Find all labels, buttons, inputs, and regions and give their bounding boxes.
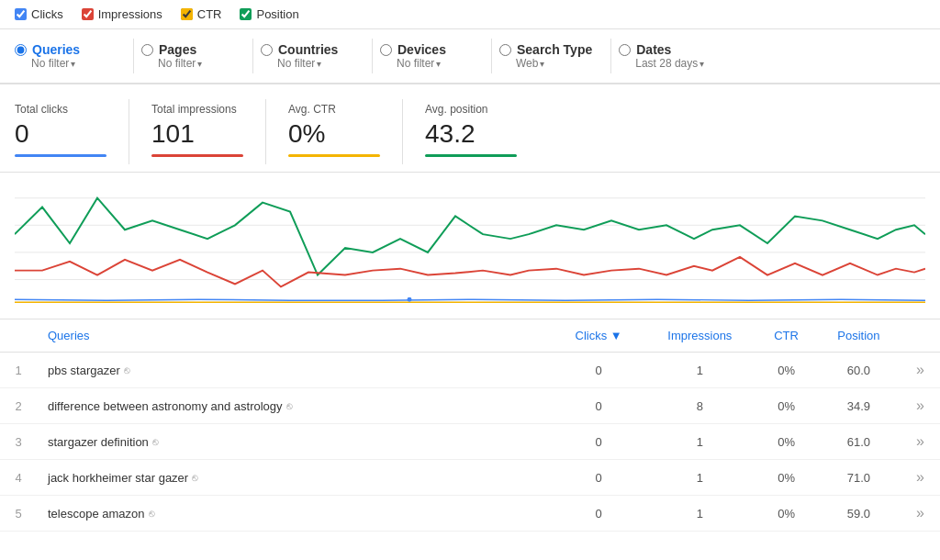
chart-svg	[15, 180, 925, 311]
row-nav-arrow-1[interactable]: »	[916, 362, 924, 377]
row-num-2: 2	[0, 388, 37, 424]
row-nav-arrow-4[interactable]: »	[916, 469, 924, 485]
impressions-label: Impressions	[98, 7, 162, 21]
row-impressions-2: 8	[643, 388, 756, 424]
radio-searchtype[interactable]	[499, 44, 511, 56]
th-ctr[interactable]: CTR	[756, 319, 817, 353]
radio-devices[interactable]	[380, 44, 392, 56]
row-nav-3[interactable]: »	[901, 424, 940, 460]
row-position-2: 34.9	[817, 388, 901, 424]
filter-queries-label: Queries	[32, 42, 80, 57]
filter-devices[interactable]: Devices No filter ▾	[373, 39, 492, 73]
row-query-2[interactable]: difference between astronomy and astrolo…	[37, 388, 554, 424]
query-link-3[interactable]: stargazer definition ⎋	[48, 435, 543, 449]
filter-searchtype-sub: Web ▾	[516, 57, 592, 70]
radio-pages[interactable]	[141, 44, 153, 56]
row-nav-2[interactable]: »	[901, 388, 940, 424]
radio-queries[interactable]	[15, 44, 27, 56]
row-ctr-1: 0%	[756, 353, 817, 388]
filter-searchtype-label: Search Type	[517, 42, 592, 57]
clicks-line	[15, 299, 925, 300]
radio-dates[interactable]	[619, 44, 631, 56]
devices-dropdown-arrow: ▾	[436, 59, 441, 69]
stat-position-label: Avg. position	[425, 103, 517, 116]
stat-ctr: Avg. CTR 0%	[288, 99, 403, 164]
filter-pages[interactable]: Pages No filter ▾	[134, 39, 253, 73]
ctr-checkbox[interactable]	[181, 8, 193, 20]
th-rownum	[0, 319, 37, 353]
ctr-label: CTR	[197, 7, 222, 21]
position-checkbox[interactable]	[240, 8, 252, 20]
ctr-checkbox-item[interactable]: CTR	[181, 7, 222, 21]
stat-ctr-value: 0%	[288, 119, 380, 149]
row-query-5[interactable]: telescope amazon ⎋	[37, 496, 554, 532]
filter-countries-sub: No filter ▾	[277, 57, 353, 70]
stat-ctr-label: Avg. CTR	[288, 103, 380, 116]
row-ctr-3: 0%	[756, 424, 817, 460]
filter-pages-label: Pages	[159, 42, 196, 57]
table-row: 2 difference between astronomy and astro…	[0, 388, 940, 424]
filter-countries[interactable]: Countries No filter ▾	[253, 39, 373, 73]
filter-devices-label: Devices	[397, 42, 446, 57]
filter-dates[interactable]: Dates Last 28 days ▾	[611, 39, 731, 73]
stat-clicks-value: 0	[15, 119, 106, 149]
row-nav-arrow-2[interactable]: »	[916, 398, 924, 413]
filter-dates-label: Dates	[636, 42, 671, 57]
countries-dropdown-arrow: ▾	[317, 59, 321, 69]
row-num-4: 4	[0, 460, 37, 496]
row-query-4[interactable]: jack horkheimer star gazer ⎋	[37, 460, 554, 496]
chart-grid	[15, 198, 925, 302]
row-position-5: 59.0	[817, 496, 901, 532]
stat-impressions: Total impressions 101	[151, 99, 266, 164]
row-query-1[interactable]: pbs stargazer ⎋	[37, 353, 554, 388]
external-link-icon-5: ⎋	[149, 508, 155, 519]
clicks-checkbox[interactable]	[15, 8, 27, 20]
stats-bar: Total clicks 0 Total impressions 101 Avg…	[0, 84, 940, 173]
row-nav-4[interactable]: »	[901, 460, 940, 496]
th-query[interactable]: Queries	[37, 319, 554, 353]
row-impressions-1: 1	[643, 353, 756, 388]
filter-queries-sub: No filter ▾	[31, 57, 115, 70]
searchtype-dropdown-arrow: ▾	[540, 59, 544, 69]
query-link-5[interactable]: telescope amazon ⎋	[48, 507, 543, 521]
th-position[interactable]: Position	[817, 319, 901, 353]
position-checkbox-item[interactable]: Position	[240, 7, 298, 21]
row-clicks-1: 0	[554, 353, 643, 388]
stat-impressions-line	[151, 154, 243, 157]
stat-clicks-label: Total clicks	[15, 103, 106, 116]
stat-ctr-line	[288, 154, 380, 157]
external-link-icon-1: ⎋	[124, 364, 130, 375]
impressions-checkbox[interactable]	[82, 8, 94, 20]
query-link-2[interactable]: difference between astronomy and astrolo…	[48, 399, 543, 413]
chart-area	[0, 173, 940, 319]
row-nav-1[interactable]: »	[901, 353, 940, 388]
radio-countries[interactable]	[261, 44, 273, 56]
th-nav	[901, 319, 940, 353]
stat-impressions-label: Total impressions	[151, 103, 243, 116]
query-link-4[interactable]: jack horkheimer star gazer ⎋	[48, 471, 543, 485]
stat-clicks-line	[15, 154, 106, 157]
stat-position: Avg. position 43.2	[425, 99, 539, 164]
filter-pages-sub: No filter ▾	[158, 57, 234, 70]
row-clicks-4: 0	[554, 460, 643, 496]
filter-bar: Queries No filter ▾ Pages No filter ▾ Co…	[0, 29, 940, 84]
position-label: Position	[256, 7, 298, 21]
impressions-checkbox-item[interactable]: Impressions	[82, 7, 162, 21]
query-link-1[interactable]: pbs stargazer ⎋	[48, 364, 543, 377]
th-impressions[interactable]: Impressions	[643, 319, 756, 353]
table-row: 1 pbs stargazer ⎋ 0 1 0% 60.0 »	[0, 353, 940, 388]
row-nav-arrow-3[interactable]: »	[916, 433, 924, 449]
row-query-3[interactable]: stargazer definition ⎋	[37, 424, 554, 460]
external-link-icon-2: ⎋	[286, 400, 293, 411]
queries-dropdown-arrow: ▾	[71, 59, 75, 69]
filter-searchtype[interactable]: Search Type Web ▾	[492, 39, 611, 73]
table-row: 5 telescope amazon ⎋ 0 1 0% 59.0 »	[0, 496, 940, 532]
clicks-dot	[408, 297, 412, 302]
row-clicks-2: 0	[554, 388, 643, 424]
row-nav-arrow-5[interactable]: »	[916, 505, 924, 521]
clicks-checkbox-item[interactable]: Clicks	[15, 7, 63, 21]
stat-impressions-value: 101	[151, 119, 243, 149]
th-clicks[interactable]: Clicks ▼	[554, 319, 643, 353]
row-nav-5[interactable]: »	[901, 496, 940, 532]
filter-queries[interactable]: Queries No filter ▾	[15, 39, 134, 73]
